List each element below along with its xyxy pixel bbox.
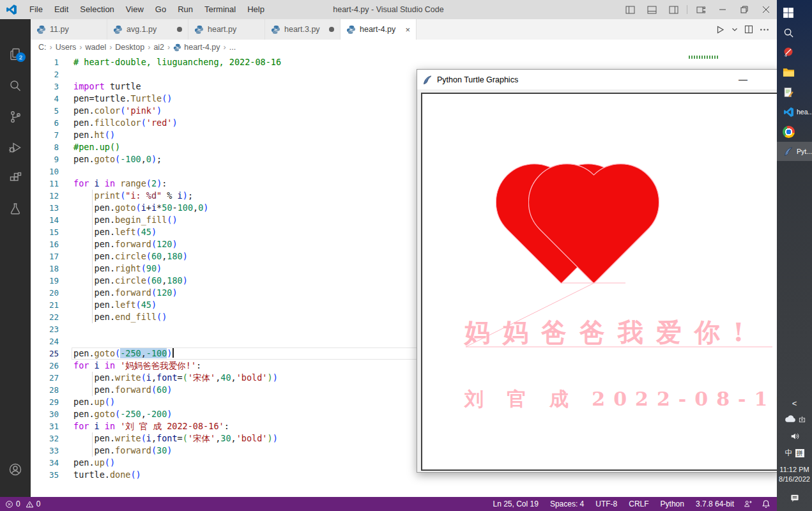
testing-icon[interactable] bbox=[0, 198, 31, 220]
volume-icon[interactable] bbox=[777, 428, 812, 445]
line-number: 10 bbox=[31, 165, 59, 178]
feather-icon bbox=[422, 75, 433, 85]
tray-expand-chevron-icon[interactable]: < bbox=[777, 395, 812, 411]
account-icon[interactable] bbox=[0, 459, 31, 480]
tab-label: heart-4.py bbox=[360, 25, 395, 34]
editor-actions bbox=[709, 19, 777, 40]
run-python-file-icon[interactable] bbox=[716, 25, 725, 34]
breadcrumb-item-Desktop[interactable]: Desktop bbox=[115, 43, 144, 52]
taskbar-item-python-turtle[interactable]: Pyt... bbox=[777, 142, 812, 161]
status-python-interpreter[interactable]: 3.7.8 64-bit bbox=[696, 500, 734, 508]
turtle-graphics-window[interactable]: Python Turtle Graphics — 妈妈爸爸我爱你! 刘 官 成 … bbox=[417, 69, 781, 473]
turtle-minimize-button[interactable]: — bbox=[730, 70, 756, 89]
line-number: 18 bbox=[31, 263, 59, 275]
tab-label: avg.1.py bbox=[126, 25, 157, 34]
onedrive-icon[interactable] bbox=[784, 415, 796, 424]
minimize-button[interactable] bbox=[712, 0, 733, 19]
breadcrumb-separator: › bbox=[224, 43, 226, 52]
turtle-titlebar[interactable]: Python Turtle Graphics — bbox=[417, 70, 780, 89]
explorer-icon[interactable] bbox=[0, 43, 31, 65]
taskbar-item-windows-search[interactable] bbox=[777, 23, 812, 42]
window-title: heart-4.py - Visual Studio Code bbox=[211, 5, 566, 14]
line-number: 24 bbox=[31, 335, 59, 347]
line-number: 30 bbox=[31, 408, 59, 420]
windows-taskbar: hea...Pyt... < 中 拼 11:12 PM 8/16/2022 bbox=[777, 0, 812, 511]
turtle-canvas: 妈妈爸爸我爱你! 刘 官 成 2022-08-16 bbox=[421, 93, 807, 471]
python-icon bbox=[271, 25, 280, 34]
breadcrumb-item-C[interactable]: C: bbox=[38, 43, 47, 52]
line-content: # heart-double, liuguancheng, 2022-08-16 bbox=[73, 56, 281, 68]
line-number: 31 bbox=[31, 420, 59, 432]
taskbar-item-screen-recorder[interactable] bbox=[777, 43, 812, 62]
search-icon[interactable] bbox=[0, 75, 31, 97]
line-content: pen.goto(i+i*50-100,0) bbox=[73, 202, 208, 214]
tab-label: heart.py bbox=[208, 25, 236, 34]
warnings-icon bbox=[26, 500, 34, 508]
toggle-sidebar-icon[interactable] bbox=[619, 0, 641, 19]
status-cursor-position[interactable]: Ln 25, Col 19 bbox=[493, 500, 538, 508]
menu-item-go[interactable]: Go bbox=[149, 0, 172, 19]
restore-button[interactable] bbox=[733, 0, 755, 19]
clock[interactable]: 11:12 PM 8/16/2022 bbox=[777, 465, 812, 484]
taskbar-item-chrome[interactable] bbox=[777, 122, 812, 141]
breadcrumb-item-Users[interactable]: Users bbox=[56, 43, 77, 52]
close-button[interactable] bbox=[755, 0, 777, 19]
split-editor-icon[interactable] bbox=[744, 25, 753, 34]
customize-layout-icon[interactable] bbox=[690, 0, 712, 19]
menu-item-run[interactable]: Run bbox=[172, 0, 199, 19]
toggle-secondary-sidebar-icon[interactable] bbox=[663, 0, 684, 19]
run-debug-icon[interactable] bbox=[0, 137, 31, 158]
ime-layout-indicator[interactable]: 拼 bbox=[795, 449, 804, 457]
source-control-icon[interactable] bbox=[0, 106, 31, 128]
status-language-mode[interactable]: Python bbox=[661, 500, 684, 508]
status-indentation[interactable]: Spaces: 4 bbox=[550, 500, 584, 508]
menu-item-view[interactable]: View bbox=[120, 0, 149, 19]
taskbar-item-vscode[interactable]: hea... bbox=[777, 102, 812, 121]
problems-status[interactable]: 0 0 bbox=[0, 500, 45, 508]
line-number: 11 bbox=[31, 178, 59, 190]
tab-heart.py[interactable]: heart.py bbox=[188, 19, 265, 40]
taskbar-item-file-explorer[interactable] bbox=[777, 63, 812, 82]
line-content: #pen.up() bbox=[73, 141, 120, 153]
taskbar-item-label: hea... bbox=[797, 108, 812, 116]
status-eol-sequence[interactable]: CRLF bbox=[629, 500, 648, 508]
tab-avg.1.py[interactable]: avg.1.py bbox=[107, 19, 188, 40]
turtle-text-line2: 刘 官 成 2022-08-16 bbox=[464, 386, 797, 413]
breadcrumb-item-wadel[interactable]: wadel bbox=[86, 43, 107, 52]
menu-item-file[interactable]: File bbox=[24, 0, 49, 19]
tab-label: heart.3.py bbox=[284, 25, 320, 34]
breadcrumb-item-heart4py[interactable]: heart-4.py bbox=[173, 43, 220, 52]
ime-mode-indicator[interactable]: 中 bbox=[785, 448, 793, 459]
tab-11.py[interactable]: 11.py bbox=[31, 19, 107, 40]
feedback-icon[interactable] bbox=[743, 500, 753, 508]
line-number: 23 bbox=[31, 323, 59, 335]
status-encoding[interactable]: UTF-8 bbox=[595, 500, 617, 508]
tab-close-icon[interactable]: × bbox=[399, 25, 410, 34]
line-content: pen.end_fill() bbox=[73, 311, 167, 323]
line-number: 17 bbox=[31, 250, 59, 263]
breadcrumb-separator: › bbox=[109, 43, 112, 52]
tab-heart-4.py[interactable]: heart-4.py× bbox=[341, 19, 417, 40]
activity-bar: 2 bbox=[0, 19, 31, 497]
notifications-bell-icon[interactable] bbox=[762, 500, 770, 508]
menu-item-edit[interactable]: Edit bbox=[49, 0, 74, 19]
line-content: pen.write(i,font=('宋体',40,'bold')) bbox=[73, 372, 278, 384]
action-center-icon[interactable] bbox=[777, 489, 812, 506]
menu-item-selection[interactable]: Selection bbox=[74, 0, 119, 19]
extensions-icon[interactable] bbox=[0, 167, 31, 189]
breadcrumb-item-ai2[interactable]: ai2 bbox=[153, 43, 164, 52]
tabs: 11.pyavg.1.pyheart.pyheart.3.pyheart-4.p… bbox=[31, 19, 417, 40]
minimap[interactable] bbox=[689, 56, 718, 59]
toggle-panel-icon[interactable] bbox=[641, 0, 663, 19]
breadcrumb-item-[interactable]: ... bbox=[229, 43, 236, 52]
taskbar-item-notepad[interactable] bbox=[777, 82, 812, 102]
more-actions-icon[interactable] bbox=[760, 28, 769, 31]
tab-label: 11.py bbox=[50, 25, 69, 34]
tab-heart.3.py[interactable]: heart.3.py bbox=[265, 19, 341, 40]
line-number: 13 bbox=[31, 202, 59, 214]
touch-keyboard-icon[interactable] bbox=[799, 416, 806, 424]
screen-recorder-icon bbox=[782, 46, 795, 59]
run-dropdown-chevron-icon[interactable] bbox=[732, 27, 738, 32]
line-number: 9 bbox=[31, 153, 59, 165]
taskbar-item-windows-start[interactable] bbox=[777, 3, 812, 22]
